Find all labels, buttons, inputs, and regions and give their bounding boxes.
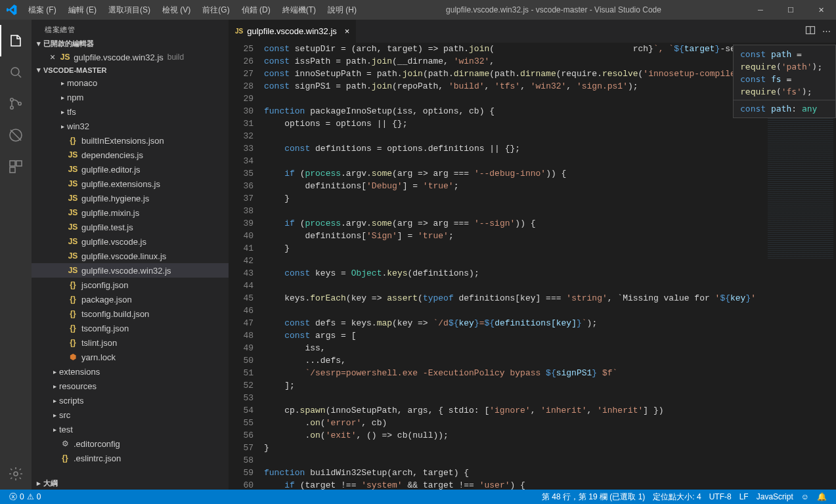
js-file-icon: JS xyxy=(67,179,79,188)
window-controls: ─ ☐ ✕ xyxy=(745,0,836,20)
tree-item[interactable]: {}tsconfig.json xyxy=(32,321,229,335)
tree-item[interactable]: ⚙.editorconfig xyxy=(32,436,229,451)
menu-item[interactable]: 編輯 (E) xyxy=(63,5,102,16)
tab-label: gulpfile.vscode.win32.js xyxy=(247,26,337,36)
tree-item[interactable]: {}builtInExtensions.json xyxy=(32,133,229,148)
tree-item[interactable]: ▸src xyxy=(32,408,229,422)
minimize-button[interactable]: ─ xyxy=(745,0,776,20)
chevron-right-icon: ▸ xyxy=(50,383,59,390)
chevron-right-icon: ▸ xyxy=(50,426,59,433)
tree-item[interactable]: ⬢yarn.lock xyxy=(32,350,229,364)
file-name: builtInExtensions.json xyxy=(81,136,164,146)
tree-item[interactable]: JSgulpfile.mixin.js xyxy=(32,205,229,220)
tree-item[interactable]: JSgulpfile.vscode.js xyxy=(32,234,229,249)
menu-item[interactable]: 偵錯 (D) xyxy=(236,5,276,16)
js-file-icon: JS xyxy=(67,194,79,203)
code-content[interactable]: const setupDir = (arch, target) => path.… xyxy=(264,43,764,490)
settings-gear-icon[interactable] xyxy=(0,458,32,490)
close-icon[interactable]: × xyxy=(50,52,55,62)
status-language[interactable]: JavaScript xyxy=(753,492,797,501)
svg-point-1 xyxy=(11,98,13,101)
feedback-icon[interactable]: ☺ xyxy=(797,492,813,501)
file-name: yarn.lock xyxy=(81,352,116,362)
close-tab-icon[interactable]: × xyxy=(345,26,350,36)
menu-item[interactable]: 檢視 (V) xyxy=(157,5,196,16)
hover-tooltip: const path = require('path'); const fs =… xyxy=(733,45,836,118)
editor-tabs: JS gulpfile.vscode.win32.js × ⋯ xyxy=(229,20,836,43)
tree-item[interactable]: ▸resources xyxy=(32,379,229,393)
menu-item[interactable]: 選取項目(S) xyxy=(103,5,156,16)
tree-item[interactable]: JSgulpfile.vscode.linux.js xyxy=(32,249,229,263)
tree-item[interactable]: ▸npm xyxy=(32,90,229,104)
outline-label: 大綱 xyxy=(43,478,58,488)
line-gutter: 2526272829303132333435363738394041424344… xyxy=(229,43,264,490)
tree-item[interactable]: ▸extensions xyxy=(32,364,229,379)
tree-item[interactable]: JSgulpfile.vscode.win32.js xyxy=(32,263,229,278)
tree-item[interactable]: {}jsconfig.json xyxy=(32,278,229,292)
tree-item[interactable]: ▸monaco xyxy=(32,75,229,90)
file-name: gulpfile.test.js xyxy=(81,222,133,232)
explorer-icon[interactable] xyxy=(0,25,32,56)
bell-icon[interactable]: 🔔 xyxy=(813,492,831,501)
workspace-label: VSCODE-MASTER xyxy=(43,66,107,74)
maximize-button[interactable]: ☐ xyxy=(776,0,806,20)
extensions-icon[interactable] xyxy=(0,151,32,182)
json-file-icon: {} xyxy=(67,309,79,318)
js-file-icon: JS xyxy=(67,266,79,275)
window-title: gulpfile.vscode.win32.js - vscode-master… xyxy=(362,5,745,14)
search-icon[interactable] xyxy=(0,56,32,88)
tree-item[interactable]: JSgulpfile.editor.js xyxy=(32,162,229,177)
tree-item[interactable]: JSdependencies.js xyxy=(32,148,229,162)
json-file-icon: {} xyxy=(67,295,79,304)
tab-gulpfile-win32[interactable]: JS gulpfile.vscode.win32.js × xyxy=(229,20,357,43)
tree-item[interactable]: {}tslint.json xyxy=(32,335,229,350)
chevron-right-icon: ▸ xyxy=(58,123,67,130)
tree-item[interactable]: {}package.json xyxy=(32,292,229,306)
tree-item[interactable]: ▸tfs xyxy=(32,104,229,119)
tree-item[interactable]: {}.eslintrc.json xyxy=(32,451,229,465)
menu-bar: 檔案 (F)編輯 (E)選取項目(S)檢視 (V)前往(G)偵錯 (D)終端機(… xyxy=(23,5,362,16)
more-actions-icon[interactable]: ⋯ xyxy=(822,26,831,36)
chevron-down-icon: ▾ xyxy=(34,39,43,48)
status-errors[interactable]: ⓧ0 ⚠0 xyxy=(5,492,45,503)
file-name: resources xyxy=(59,381,97,391)
outline-section[interactable]: ▸ 大綱 xyxy=(32,477,229,490)
open-editors-section[interactable]: ▾ 已開啟的編輯器 xyxy=(32,37,229,50)
file-name: extensions xyxy=(59,367,100,377)
json-file-icon: {} xyxy=(59,453,71,463)
status-spaces[interactable]: 定位點大小: 4 xyxy=(649,492,705,503)
tree-item[interactable]: ▸test xyxy=(32,422,229,436)
svg-point-8 xyxy=(14,472,18,476)
sidebar-title: 檔案總管 xyxy=(32,20,229,37)
split-editor-icon[interactable] xyxy=(805,25,816,37)
status-eol[interactable]: LF xyxy=(736,492,753,501)
file-name: .eslintrc.json xyxy=(74,453,121,463)
debug-icon[interactable] xyxy=(0,119,32,151)
open-editors-label: 已開啟的編輯器 xyxy=(43,39,94,49)
file-name: scripts xyxy=(59,396,84,406)
menu-item[interactable]: 檔案 (F) xyxy=(23,5,62,16)
status-encoding[interactable]: UTF-8 xyxy=(705,492,736,501)
file-name: gulpfile.mixin.js xyxy=(81,208,139,218)
open-editor-item[interactable]: ×JSgulpfile.vscode.win32.jsbuild xyxy=(32,50,229,64)
tree-item[interactable]: JSgulpfile.hygiene.js xyxy=(32,191,229,205)
title-bar: 檔案 (F)編輯 (E)選取項目(S)檢視 (V)前往(G)偵錯 (D)終端機(… xyxy=(0,0,836,20)
tree-item[interactable]: ▸scripts xyxy=(32,393,229,408)
status-cursor[interactable]: 第 48 行，第 19 欄 (已選取 1) xyxy=(538,492,649,503)
explorer-sidebar: 檔案總管 ▾ 已開啟的編輯器 ×JSgulpfile.vscode.win32.… xyxy=(32,20,229,490)
file-name: gulpfile.vscode.js xyxy=(81,237,146,247)
file-name: .editorconfig xyxy=(74,439,120,449)
tree-item[interactable]: {}tsconfig.build.json xyxy=(32,306,229,321)
workspace-section[interactable]: ▾ VSCODE-MASTER xyxy=(32,64,229,75)
tree-item[interactable]: JSgulpfile.extensions.js xyxy=(32,177,229,191)
close-button[interactable]: ✕ xyxy=(806,0,836,20)
menu-item[interactable]: 說明 (H) xyxy=(322,5,362,16)
gear-file-icon: ⚙ xyxy=(59,439,71,448)
tree-item[interactable]: JSgulpfile.test.js xyxy=(32,220,229,234)
tree-item[interactable]: ▸win32 xyxy=(32,119,229,133)
file-name: gulpfile.vscode.win32.js xyxy=(74,52,164,62)
menu-item[interactable]: 前往(G) xyxy=(197,5,234,16)
source-control-icon[interactable] xyxy=(0,88,32,119)
menu-item[interactable]: 終端機(T) xyxy=(277,5,321,16)
file-name: gulpfile.hygiene.js xyxy=(81,194,149,203)
